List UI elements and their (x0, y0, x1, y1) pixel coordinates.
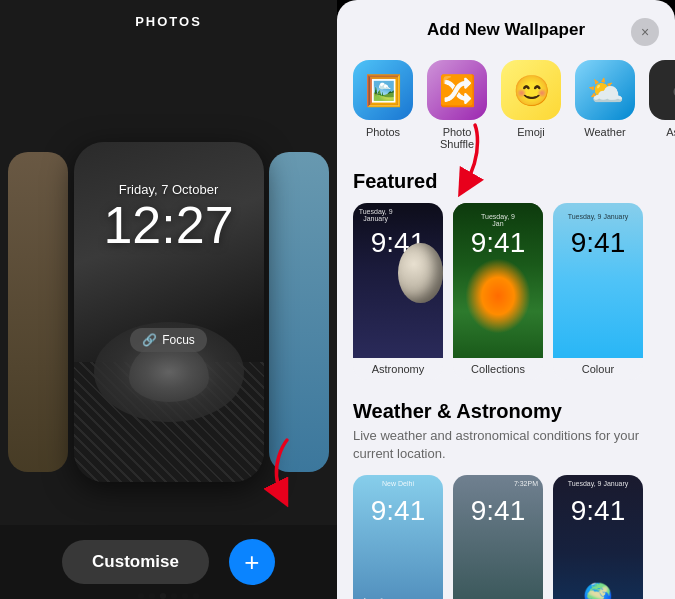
astronomy-card-img: Tuesday, 9 January 9:41 (353, 203, 443, 358)
collections-card-img: Tuesday, 9 Jan 9:41 (453, 203, 543, 358)
weather-card-2[interactable]: 7:32PM 9:41 (453, 475, 543, 599)
weather2-temp: 7:32PM (514, 480, 538, 487)
shuffle-type-label: PhotoShuffle (440, 126, 474, 150)
close-icon: × (641, 24, 649, 40)
colour-card-img: Tuesday, 9 January 9:41 (553, 203, 643, 358)
wallpaper-icons-row: 🖼️ Photos 🔀 PhotoShuffle 😊 Emoji ⛅ Weath… (337, 52, 675, 166)
phone-screen: Friday, 7 October 12:27 🔗 Focus (74, 142, 264, 482)
weather-card-1[interactable]: New Delhi 9:41 🌡 28° 💧 Humidity (353, 475, 443, 599)
astro-icon-circle: ● (649, 60, 675, 120)
phone-container: Friday, 7 October 12:27 🔗 Focus (0, 39, 337, 585)
close-button[interactable]: × (631, 18, 659, 46)
weather1-time: 9:41 (371, 495, 426, 527)
wallpaper-type-weather[interactable]: ⛅ Weather (575, 60, 635, 150)
colour-time: 9:41 (571, 227, 626, 259)
left-preview (8, 152, 68, 472)
wallpaper-type-astronomy[interactable]: ● Astro (649, 60, 675, 150)
sheet-title: Add New Wallpaper (427, 20, 585, 40)
phone-date: Friday, 7 October (119, 182, 218, 197)
weather-section-desc: Live weather and astronomical conditions… (337, 427, 675, 475)
focus-badge: 🔗 Focus (130, 328, 207, 352)
sheet-header: Add New Wallpaper × (337, 0, 675, 52)
collections-card-label: Collections (453, 358, 543, 380)
weather-icon-circle: ⛅ (575, 60, 635, 120)
shuffle-icon-circle: 🔀 (427, 60, 487, 120)
weather-section-title: Weather & Astronomy (337, 396, 675, 427)
featured-card-collections[interactable]: Tuesday, 9 Jan 9:41 Collections (453, 203, 543, 380)
moon-decoration (398, 243, 443, 303)
weather-card-3-img: Tuesday, 9 January 9:41 🌍 (553, 475, 643, 599)
featured-card-colour[interactable]: Tuesday, 9 January 9:41 Colour (553, 203, 643, 380)
weather2-time: 9:41 (471, 495, 526, 527)
collections-card-date: Tuesday, 9 Jan (476, 213, 521, 227)
right-panel: Add New Wallpaper × 🖼️ Photos 🔀 PhotoShu… (337, 0, 675, 599)
emoji-icon-circle: 😊 (501, 60, 561, 120)
plus-button[interactable]: + (229, 539, 275, 585)
weather-type-label: Weather (584, 126, 625, 138)
weather-card-2-img: 7:32PM 9:41 (453, 475, 543, 599)
left-panel: PHOTOS Friday, 7 October 12:27 🔗 Focus (0, 0, 337, 599)
astronomy-card-date: Tuesday, 9 January (353, 208, 398, 222)
weather-card-1-img: New Delhi 9:41 🌡 28° 💧 Humidity (353, 475, 443, 599)
weather1-date: New Delhi (382, 480, 414, 487)
wallpaper-type-emoji[interactable]: 😊 Emoji (501, 60, 561, 150)
colour-card-date: Tuesday, 9 January (568, 213, 629, 220)
earth-icon: 🌍 (583, 582, 613, 599)
right-preview (269, 152, 329, 472)
colour-card-label: Colour (553, 358, 643, 380)
astro-type-label: Astro (666, 126, 675, 138)
customise-button[interactable]: Customise (62, 540, 209, 584)
wallpaper-type-shuffle[interactable]: 🔀 PhotoShuffle (427, 60, 487, 150)
plus-icon: + (244, 547, 259, 578)
weather-card-3[interactable]: Tuesday, 9 January 9:41 🌍 (553, 475, 643, 599)
weather3-time: 9:41 (571, 495, 626, 527)
phone-bg: Friday, 7 October 12:27 🔗 Focus (74, 142, 264, 482)
photos-type-label: Photos (366, 126, 400, 138)
photos-label: PHOTOS (135, 14, 202, 29)
focus-label: Focus (162, 333, 195, 347)
weather3-date: Tuesday, 9 January (568, 480, 629, 487)
wallpaper-type-photos[interactable]: 🖼️ Photos (353, 60, 413, 150)
astronomy-card-label: Astronomy (353, 358, 443, 380)
emoji-type-label: Emoji (517, 126, 545, 138)
featured-row: Tuesday, 9 January 9:41 Astronomy Tuesda… (337, 203, 675, 396)
featured-title: Featured (337, 166, 675, 203)
phone-time: 12:27 (103, 199, 233, 251)
photos-icon-circle: 🖼️ (353, 60, 413, 120)
bottom-bar: Customise + (0, 525, 337, 599)
collections-time: 9:41 (471, 227, 526, 259)
featured-card-astronomy[interactable]: Tuesday, 9 January 9:41 Astronomy (353, 203, 443, 380)
focus-icon: 🔗 (142, 333, 157, 347)
weather-row: New Delhi 9:41 🌡 28° 💧 Humidity 7:32PM 9… (337, 475, 675, 599)
